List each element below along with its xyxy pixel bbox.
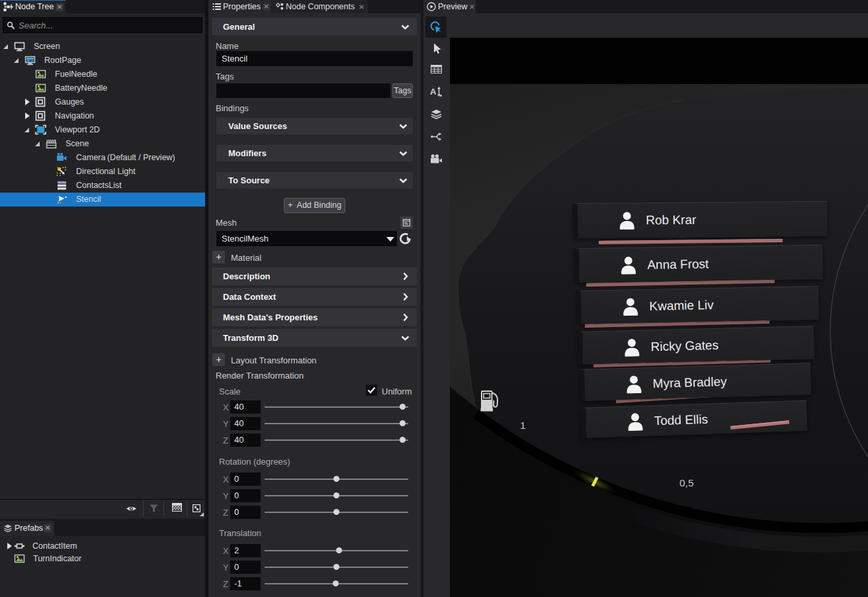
svg-text:1: 1 [520,420,526,431]
svg-text:A: A [430,87,437,97]
svg-text:0,5: 0,5 [679,477,694,488]
